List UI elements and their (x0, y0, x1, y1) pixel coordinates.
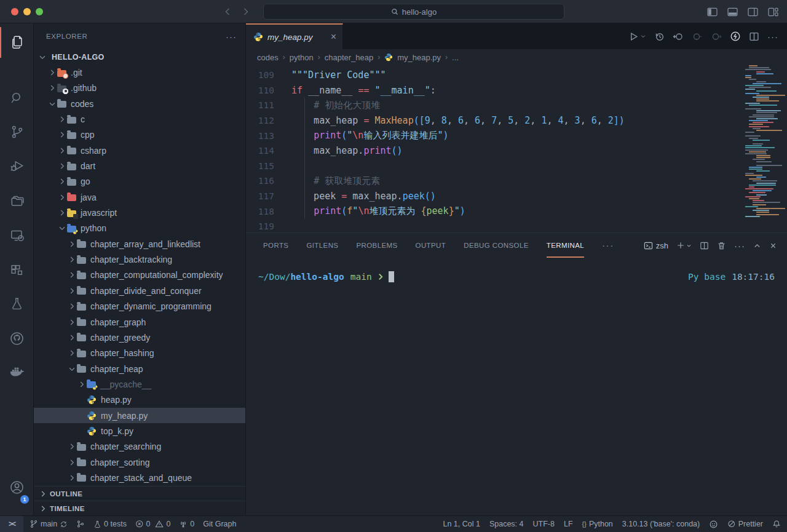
tree-item-chapter-heap[interactable]: chapter_heap (34, 361, 245, 376)
split-terminal-icon[interactable] (700, 241, 709, 250)
source-control-icon[interactable] (0, 116, 34, 147)
tree-item-chapter-computational-complexity[interactable]: chapter_computational_complexity (34, 268, 245, 283)
run-debug-icon[interactable] (0, 151, 34, 181)
tree-item-chapter-sorting[interactable]: chapter_sorting (34, 455, 245, 470)
outline-section[interactable]: OUTLINE (34, 486, 245, 501)
breadcrumb-item[interactable]: my_heap.py (397, 53, 441, 62)
panel-tab-output[interactable]: OUTPUT (416, 233, 446, 258)
minimize-window-button[interactable] (23, 8, 31, 15)
tree-item-my-heap-py[interactable]: my_heap.py (34, 408, 245, 423)
copilot-icon[interactable] (709, 520, 718, 529)
toggle-sidebar-icon[interactable] (707, 7, 718, 17)
timeline-history-icon[interactable] (654, 31, 665, 42)
language-mode[interactable]: {}Python (582, 520, 613, 528)
terminal-prompt-line[interactable]: ~/Dow/hello-algo main Py base 18:17:16 (258, 271, 775, 282)
maximize-panel-icon[interactable] (753, 242, 761, 250)
github-icon[interactable] (0, 323, 34, 354)
nav-back-icon[interactable] (223, 7, 232, 17)
prettier-status[interactable]: Prettier (727, 520, 763, 528)
shell-selector[interactable]: zsh (644, 241, 668, 250)
timeline-section[interactable]: TIMELINE (34, 501, 245, 515)
git-graph-status-icon[interactable] (76, 520, 85, 528)
tree-item-chapter-greedy[interactable]: chapter_greedy (34, 330, 245, 345)
tree-item--git[interactable]: .git (34, 65, 245, 80)
remote-indicator[interactable]: >< (0, 516, 23, 532)
tree-item-chapter-hashing[interactable]: chapter_hashing (34, 346, 245, 361)
indentation[interactable]: Spaces: 4 (489, 520, 524, 528)
tree-item-csharp[interactable]: csharp (34, 143, 245, 158)
tree-item-chapter-searching[interactable]: chapter_searching (34, 439, 245, 455)
toggle-secondary-sidebar-icon[interactable] (748, 7, 758, 17)
tree-item-javascript[interactable]: javascript (34, 205, 245, 220)
nav-prev-change-icon[interactable] (692, 31, 703, 42)
tree-item--pycache-[interactable]: __pycache__ (34, 376, 245, 392)
explorer-icon[interactable] (0, 27, 34, 58)
tree-item--github[interactable]: .github (34, 81, 245, 96)
docker-icon[interactable] (0, 356, 34, 387)
search-sidebar-icon[interactable] (0, 82, 34, 113)
code-editor[interactable]: 109"""Driver Code"""110if __name__ == "_… (246, 65, 787, 256)
python-interpreter[interactable]: 3.10.13 ('base': conda) (622, 520, 700, 528)
panel-tab-terminal[interactable]: TERMINAL (547, 233, 584, 258)
tree-item-chapter-array-and-linkedlist[interactable]: chapter_array_and_linkedlist (34, 236, 245, 252)
tree-item-cpp[interactable]: cpp (34, 127, 245, 143)
extensions-icon[interactable] (0, 255, 34, 285)
tests-status[interactable]: 0 tests (93, 520, 127, 528)
tree-item-chapter-stack-and-queue[interactable]: chapter_stack_and_queue (34, 470, 245, 485)
editor-more-actions-icon[interactable]: ··· (767, 31, 778, 42)
profile-run-icon[interactable] (730, 31, 741, 42)
tree-item-dart[interactable]: dart (34, 158, 245, 173)
breadcrumb-item[interactable]: ... (452, 53, 459, 62)
panel-tab-debug-console[interactable]: DEBUG CONSOLE (464, 233, 529, 258)
branch-status[interactable]: main (30, 520, 68, 528)
tree-item-chapter-dynamic-programming[interactable]: chapter_dynamic_programming (34, 299, 245, 314)
command-center-search[interactable]: hello-algo (263, 4, 564, 20)
cursor-position[interactable]: Ln 1, Col 1 (443, 520, 480, 528)
split-editor-icon[interactable] (749, 31, 759, 42)
eol-sequence[interactable]: LF (564, 520, 573, 528)
new-terminal-icon[interactable] (676, 241, 692, 250)
tab-close-icon[interactable]: × (331, 32, 336, 42)
run-python-file-icon[interactable] (628, 31, 646, 42)
tree-item-chapter-graph[interactable]: chapter_graph (34, 314, 245, 330)
breadcrumb-item[interactable]: codes (257, 53, 279, 62)
account-icon[interactable]: 1 (0, 472, 34, 502)
testing-icon[interactable] (0, 288, 34, 319)
nav-forward-icon[interactable] (241, 7, 251, 17)
tree-item-heap-py[interactable]: heap.py (34, 392, 245, 408)
tree-item-java[interactable]: java (34, 189, 245, 205)
close-panel-icon[interactable] (769, 242, 777, 250)
panel-tab-ports[interactable]: PORTS (263, 233, 288, 258)
tree-item-chapter-backtracking[interactable]: chapter_backtracking (34, 252, 245, 267)
tree-item-codes[interactable]: codes (34, 96, 245, 111)
panel-tab-gitlens[interactable]: GITLENS (306, 233, 338, 258)
tree-item-hello-algo[interactable]: HELLO-ALGO (34, 49, 245, 65)
tree-item-chapter-divide-and-conquer[interactable]: chapter_divide_and_conquer (34, 283, 245, 298)
nav-back-editor-icon[interactable] (673, 31, 684, 42)
remote-explorer-icon[interactable] (0, 220, 34, 251)
kill-terminal-icon[interactable] (717, 241, 726, 250)
notifications-bell-icon[interactable] (772, 520, 781, 528)
tree-item-top-k-py[interactable]: top_k.py (34, 423, 245, 439)
tree-item-python[interactable]: python (34, 221, 245, 236)
tab-my-heap[interactable]: my_heap.py × (246, 23, 343, 49)
ports-status[interactable]: 0 (179, 520, 194, 528)
panel-tab-problems[interactable]: PROBLEMS (356, 233, 397, 258)
tree-item-go[interactable]: go (34, 174, 245, 189)
encoding[interactable]: UTF-8 (533, 520, 555, 528)
git-graph-button[interactable]: Git Graph (203, 520, 236, 528)
problems-status[interactable]: 0 0 (135, 520, 170, 528)
customize-layout-icon[interactable] (768, 7, 778, 17)
breadcrumb-item[interactable]: python (290, 53, 314, 62)
tree-item-c[interactable]: c (34, 111, 245, 127)
nav-next-change-icon[interactable] (711, 31, 722, 42)
toggle-panel-icon[interactable] (727, 7, 738, 17)
folder-library-icon[interactable] (0, 186, 34, 216)
minimap[interactable] (744, 65, 785, 250)
breadcrumb-item[interactable]: chapter_heap (325, 53, 374, 62)
close-window-button[interactable] (11, 8, 18, 15)
maximize-window-button[interactable] (36, 8, 43, 15)
panel-more-actions-icon[interactable]: ··· (734, 240, 745, 251)
explorer-more-actions-icon[interactable]: ··· (226, 31, 237, 42)
panel-more-tabs-icon[interactable]: ··· (602, 240, 614, 250)
